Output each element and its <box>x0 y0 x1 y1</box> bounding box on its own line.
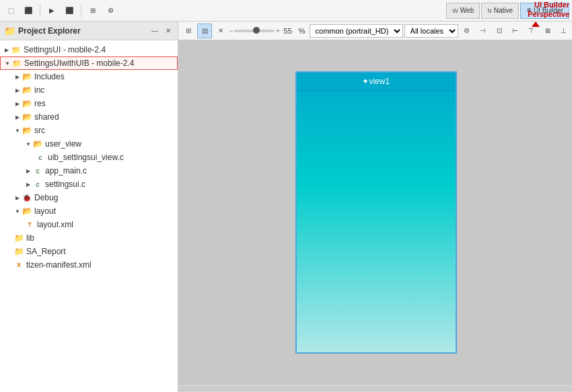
perspective-tab-native[interactable]: N Native <box>481 3 519 19</box>
folder-icon-sa-report: 📁 <box>13 246 24 257</box>
tree-label-res: res <box>34 99 46 108</box>
panel-close-btn[interactable]: ✕ <box>163 26 174 36</box>
tree-item-src[interactable]: ▼ 📂 src <box>0 124 178 137</box>
canvas-area: ✦view1 <box>178 40 572 384</box>
perspective-uibuilder-label: UI Builder <box>534 7 563 14</box>
tree-item-res[interactable]: ▶ 📂 res <box>0 97 178 110</box>
debug-icon: 🐞 <box>22 192 32 203</box>
folder-icon-shared: 📂 <box>22 112 32 122</box>
toolbar-btn-6[interactable]: ⚙ <box>102 3 118 19</box>
tree-arrow-inc: ▶ <box>13 86 22 94</box>
main-container: 📁 Project Explorer — ✕ ▶ 📁 SettingsUI - … <box>0 22 572 392</box>
tree-item-shared[interactable]: ▶ 📂 shared <box>0 110 178 124</box>
canvas-align-left-btn[interactable]: ⊣ <box>476 24 491 38</box>
tree-arrow-debug: ▶ <box>13 194 22 202</box>
panel-minimize-btn[interactable]: — <box>149 26 160 36</box>
folder-icon-lib: 📁 <box>13 233 24 243</box>
tree-item-appmain[interactable]: ▶ c app_main.c <box>0 164 178 178</box>
canvas-design-btn[interactable]: ▤ <box>197 24 212 38</box>
tree-arrow-user-view: ▼ <box>24 140 32 148</box>
tree-label-settingsui-c: settingsui.c <box>45 180 85 189</box>
tree-label-uib-c: uib_settingsui_view.c <box>48 153 124 162</box>
tree-item-lib[interactable]: 📁 lib <box>0 231 178 245</box>
tree-item-settingsui[interactable]: ▶ 📁 SettingsUI - mobile-2.4 <box>0 43 178 56</box>
tree-label-layout: layout <box>34 206 56 216</box>
tree-item-uib-c[interactable]: c uib_settingsui_view.c <box>0 151 178 164</box>
zoom-unit: % <box>299 27 306 35</box>
tree-label-user-view: user_view <box>45 139 81 149</box>
tree-item-settingsui-c[interactable]: ▶ c settingsui.c <box>0 178 178 191</box>
file-icon-settingsui-c: c <box>32 179 43 190</box>
toolbar-btn-4[interactable]: ⬛ <box>61 3 77 19</box>
canvas-cross-btn[interactable]: ✕ <box>213 24 228 38</box>
tree-arrow-shared: ▶ <box>13 113 22 121</box>
view-label: ✦view1 <box>362 77 390 86</box>
tree-label-settingsui: SettingsUI - mobile-2.4 <box>24 45 106 54</box>
folder-icon-user-view: 📂 <box>32 139 43 149</box>
canvas-align-center-btn[interactable]: ⊡ <box>492 24 507 38</box>
tree-label-settingsuiuib: SettingsUIwithUIB - mobile-2.4 <box>24 58 134 68</box>
zoom-thumb[interactable] <box>253 27 260 34</box>
toolbar-separator-2 <box>81 4 81 17</box>
tree-label-tizen: tizen-manifest.xml <box>26 260 92 270</box>
locale-select[interactable]: All locales <box>404 24 458 38</box>
project-icon-settingsui: 📁 <box>11 44 22 55</box>
tree-arrow-layout: ▼ <box>13 207 22 215</box>
folder-icon-src: 📂 <box>22 125 32 136</box>
project-explorer-panel: 📁 Project Explorer — ✕ ▶ 📁 SettingsUI - … <box>0 22 178 392</box>
tree-label-src: src <box>34 126 45 135</box>
project-explorer-folder-icon: 📁 <box>4 26 15 36</box>
phone-frame: ✦view1 <box>295 71 457 354</box>
canvas-grid-btn[interactable]: ⊞ <box>181 24 196 38</box>
toolbar-btn-5[interactable]: ⊞ <box>85 3 101 19</box>
project-tree: ▶ 📁 SettingsUI - mobile-2.4 ▼ 📁 Settings… <box>0 40 178 392</box>
zoom-value: 55 <box>284 27 292 35</box>
tree-arrow-res: ▶ <box>13 100 22 108</box>
canvas-settings-btn[interactable]: ⚙ <box>460 24 474 38</box>
perspective-tab-uibuilder[interactable]: 🖥 UI Builder <box>520 3 569 19</box>
project-icon-settingsuiuib: 📁 <box>11 58 22 69</box>
tree-item-layout[interactable]: ▼ 📂 layout <box>0 204 178 218</box>
zoom-plus-icon: + <box>276 28 279 34</box>
tree-item-debug[interactable]: ▶ 🐞 Debug <box>0 191 178 204</box>
perspective-tab-web[interactable]: W Web <box>446 3 480 19</box>
tree-item-includes[interactable]: ▶ 📂 Includes <box>0 70 178 83</box>
tree-arrow-settingsui: ▶ <box>3 46 11 54</box>
project-explorer-title: Project Explorer <box>18 26 147 36</box>
tree-label-lib: lib <box>26 233 34 243</box>
folder-icon-inc: 📂 <box>22 85 32 95</box>
file-icon-tizen: X <box>13 260 24 270</box>
canvas-toolbar: ⊞ ▤ ✕ − + 55 % common (portrait_HD) All … <box>178 22 572 40</box>
tree-arrow-settingsuiuib: ▼ <box>3 59 11 67</box>
canvas-align-top-btn[interactable]: ⊤ <box>524 24 539 38</box>
tree-item-user-view[interactable]: ▼ 📂 user_view <box>0 137 178 151</box>
toolbar-btn-1[interactable]: ⬚ <box>3 3 19 19</box>
tree-label-inc: inc <box>34 85 44 95</box>
toolbar-btn-3[interactable]: ▶ <box>44 3 60 19</box>
file-icon-uib-c: c <box>35 152 46 163</box>
file-icon-layout-xml: T <box>24 219 35 230</box>
tree-item-settingsuiuib[interactable]: ▼ 📁 SettingsUIwithUIB - mobile-2.4 <box>0 56 178 70</box>
tree-arrow-src: ▼ <box>13 126 22 134</box>
tree-item-sa-report[interactable]: 📁 SA_Report <box>0 245 178 258</box>
tree-arrow-settingsui-c: ▶ <box>24 180 32 188</box>
zoom-control: − + <box>229 28 280 34</box>
profile-select[interactable]: common (portrait_HD) <box>310 24 403 38</box>
toolbar-btn-2[interactable]: ⬛ <box>20 3 36 19</box>
tree-item-inc[interactable]: ▶ 📂 inc <box>0 83 178 97</box>
canvas-panel: ⊞ ▤ ✕ − + 55 % common (portrait_HD) All … <box>178 22 572 392</box>
file-icon-appmain: c <box>32 165 43 176</box>
canvas-align-right-btn[interactable]: ⊢ <box>508 24 523 38</box>
tree-item-tizen-manifest[interactable]: X tizen-manifest.xml <box>0 258 178 272</box>
zoom-track[interactable] <box>234 30 275 32</box>
tree-label-shared: shared <box>34 112 59 122</box>
tree-label-appmain: app_main.c <box>45 166 87 175</box>
zoom-minus-icon: − <box>229 28 233 34</box>
phone-titlebar: ✦view1 <box>297 73 456 91</box>
tree-item-layout-xml[interactable]: T layout.xml <box>0 218 178 231</box>
canvas-bottom-scroll[interactable] <box>178 384 572 392</box>
canvas-align-mid-btn[interactable]: ⊠ <box>540 24 555 38</box>
canvas-align-bot-btn[interactable]: ⊥ <box>557 24 571 38</box>
native-icon: N <box>487 7 492 14</box>
top-toolbar: ⬚ ⬛ ▶ ⬛ ⊞ ⚙ W Web N Native 🖥 UI Builder <box>0 0 572 22</box>
